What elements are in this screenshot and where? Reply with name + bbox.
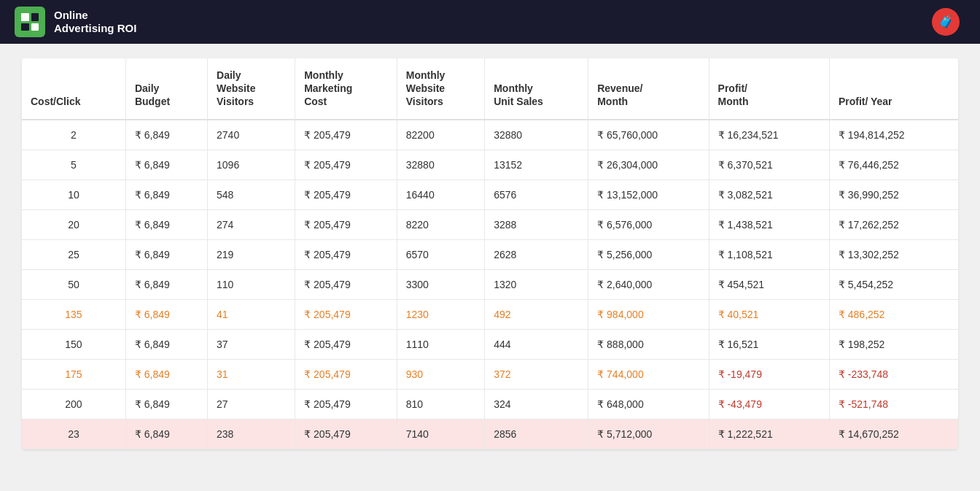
cell-monthly-cost: ₹ 205,479 [295, 329, 397, 359]
table-row: 135₹ 6,84941₹ 205,4791230492₹ 984,000₹ 4… [22, 299, 958, 329]
cell-profit-year: ₹ -233,748 [829, 359, 958, 389]
cell-daily-budget: ₹ 6,849 [125, 359, 207, 389]
table-body: 2₹ 6,8492740₹ 205,4798220032880₹ 65,760,… [22, 120, 958, 449]
logo-cell-2 [31, 13, 39, 21]
cell-profit-year: ₹ 17,262,252 [829, 209, 958, 239]
cell-cost-click: 20 [22, 209, 125, 239]
cell-daily-visitors: 2740 [208, 120, 295, 150]
cell-monthly-cost: ₹ 205,479 [295, 209, 397, 239]
cell-daily-budget: ₹ 6,849 [125, 150, 207, 179]
cell-revenue-month: ₹ 6,576,000 [588, 209, 709, 239]
cell-profit-year: ₹ 76,446,252 [829, 150, 958, 179]
cell-cost-click: 23 [22, 419, 125, 449]
cell-profit-year: ₹ 13,302,252 [829, 239, 958, 269]
cell-revenue-month: ₹ 648,000 [588, 389, 709, 419]
cell-monthly-web-visitors: 82200 [397, 120, 484, 150]
cell-revenue-month: ₹ 26,304,000 [588, 150, 709, 179]
col-header-daily-visitors: DailyWebsiteVisitors [208, 58, 295, 120]
logo-cell-3 [21, 23, 29, 31]
table-row: 23₹ 6,849238₹ 205,47971402856₹ 5,712,000… [22, 419, 958, 449]
cell-profit-year: ₹ 5,454,252 [829, 269, 958, 299]
cell-monthly-web-visitors: 3300 [397, 269, 484, 299]
cell-profit-month: ₹ 454,521 [709, 269, 829, 299]
table-row: 2₹ 6,8492740₹ 205,4798220032880₹ 65,760,… [22, 120, 958, 150]
cell-revenue-month: ₹ 2,640,000 [588, 269, 709, 299]
table-header-row: Cost/Click DailyBudget DailyWebsiteVisit… [22, 58, 958, 120]
cell-monthly-unit-sales: 32880 [485, 120, 588, 150]
cell-daily-visitors: 110 [208, 269, 295, 299]
cell-monthly-web-visitors: 7140 [397, 419, 484, 449]
cell-profit-month: ₹ 6,370,521 [709, 150, 829, 179]
app-header: OnlineAdvertising ROI 🧳 [0, 0, 980, 44]
cell-profit-year: ₹ 14,670,252 [829, 419, 958, 449]
cell-monthly-unit-sales: 444 [485, 329, 588, 359]
main-content: Cost/Click DailyBudget DailyWebsiteVisit… [0, 44, 980, 464]
cell-cost-click: 50 [22, 269, 125, 299]
cell-cost-click: 10 [22, 179, 125, 209]
cell-monthly-web-visitors: 32880 [397, 150, 484, 179]
col-header-profit-year: Profit/ Year [829, 58, 958, 120]
cell-cost-click: 175 [22, 359, 125, 389]
col-header-monthly-cost: MonthlyMarketingCost [295, 58, 397, 120]
col-header-revenue-month: Revenue/Month [588, 58, 709, 120]
cell-monthly-unit-sales: 372 [485, 359, 588, 389]
cell-monthly-cost: ₹ 205,479 [295, 359, 397, 389]
cell-revenue-month: ₹ 5,256,000 [588, 239, 709, 269]
cell-cost-click: 150 [22, 329, 125, 359]
cell-monthly-web-visitors: 930 [397, 359, 484, 389]
cell-monthly-web-visitors: 8220 [397, 209, 484, 239]
cell-monthly-web-visitors: 16440 [397, 179, 484, 209]
roi-table: Cost/Click DailyBudget DailyWebsiteVisit… [22, 58, 958, 449]
cell-daily-budget: ₹ 6,849 [125, 239, 207, 269]
table-row: 10₹ 6,849548₹ 205,479164406576₹ 13,152,0… [22, 179, 958, 209]
cell-daily-visitors: 31 [208, 359, 295, 389]
col-header-profit-month: Profit/Month [709, 58, 829, 120]
col-header-daily-budget: DailyBudget [125, 58, 207, 120]
cell-monthly-unit-sales: 2856 [485, 419, 588, 449]
cell-daily-visitors: 219 [208, 239, 295, 269]
cell-daily-visitors: 238 [208, 419, 295, 449]
cell-profit-month: ₹ 40,521 [709, 299, 829, 329]
cell-monthly-cost: ₹ 205,479 [295, 299, 397, 329]
cell-revenue-month: ₹ 5,712,000 [588, 419, 709, 449]
cell-daily-budget: ₹ 6,849 [125, 120, 207, 150]
header-logo-section: OnlineAdvertising ROI [15, 7, 136, 37]
briefkase-brand: 🧳 [932, 8, 965, 36]
cell-profit-month: ₹ 16,234,521 [709, 120, 829, 150]
cell-monthly-unit-sales: 1320 [485, 269, 588, 299]
cell-monthly-cost: ₹ 205,479 [295, 179, 397, 209]
table-row: 20₹ 6,849274₹ 205,47982203288₹ 6,576,000… [22, 209, 958, 239]
cell-profit-year: ₹ -521,748 [829, 389, 958, 419]
cell-monthly-cost: ₹ 205,479 [295, 239, 397, 269]
cell-profit-year: ₹ 36,990,252 [829, 179, 958, 209]
table-row: 175₹ 6,84931₹ 205,479930372₹ 744,000₹ -1… [22, 359, 958, 389]
cell-profit-year: ₹ 486,252 [829, 299, 958, 329]
app-title: OnlineAdvertising ROI [54, 9, 136, 35]
cell-revenue-month: ₹ 744,000 [588, 359, 709, 389]
cell-monthly-web-visitors: 1110 [397, 329, 484, 359]
cell-monthly-unit-sales: 324 [485, 389, 588, 419]
cell-monthly-unit-sales: 3288 [485, 209, 588, 239]
cell-daily-visitors: 274 [208, 209, 295, 239]
table-row: 150₹ 6,84937₹ 205,4791110444₹ 888,000₹ 1… [22, 329, 958, 359]
cell-profit-month: ₹ 16,521 [709, 329, 829, 359]
cell-profit-month: ₹ -19,479 [709, 359, 829, 389]
cell-profit-month: ₹ 3,082,521 [709, 179, 829, 209]
cell-daily-budget: ₹ 6,849 [125, 209, 207, 239]
table-row: 200₹ 6,84927₹ 205,479810324₹ 648,000₹ -4… [22, 389, 958, 419]
table-row: 25₹ 6,849219₹ 205,47965702628₹ 5,256,000… [22, 239, 958, 269]
cell-daily-visitors: 548 [208, 179, 295, 209]
data-table-container: Cost/Click DailyBudget DailyWebsiteVisit… [22, 58, 958, 449]
cell-monthly-unit-sales: 2628 [485, 239, 588, 269]
cell-revenue-month: ₹ 984,000 [588, 299, 709, 329]
cell-monthly-unit-sales: 6576 [485, 179, 588, 209]
col-header-monthly-unit-sales: MonthlyUnit Sales [485, 58, 588, 120]
cell-profit-month: ₹ 1,222,521 [709, 419, 829, 449]
cell-monthly-web-visitors: 6570 [397, 239, 484, 269]
cell-daily-budget: ₹ 6,849 [125, 419, 207, 449]
cell-cost-click: 2 [22, 120, 125, 150]
cell-daily-budget: ₹ 6,849 [125, 269, 207, 299]
cell-daily-budget: ₹ 6,849 [125, 329, 207, 359]
cell-monthly-web-visitors: 1230 [397, 299, 484, 329]
cell-profit-month: ₹ -43,479 [709, 389, 829, 419]
